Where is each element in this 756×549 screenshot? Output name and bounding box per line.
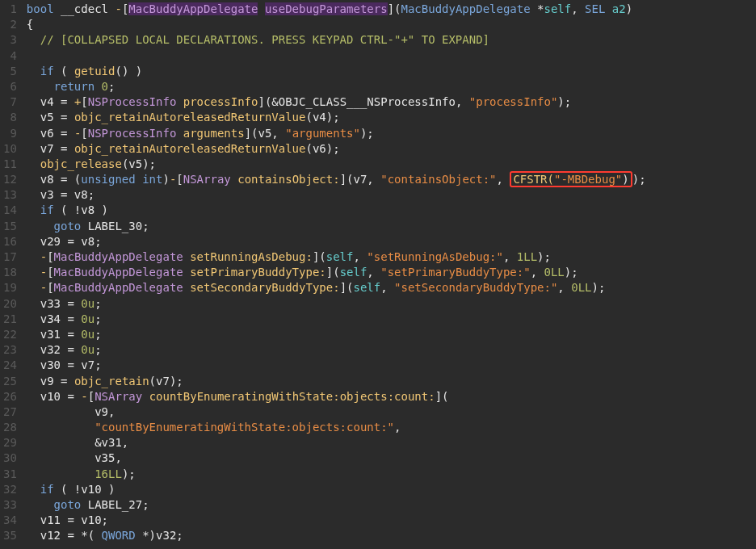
code-token: v8 = ( <box>27 173 81 186</box>
code-line[interactable]: &v31, <box>27 435 756 451</box>
code-token: 0 <box>102 80 108 93</box>
code-line[interactable]: "countByEnumeratingWithState:objects:cou… <box>27 420 756 435</box>
code-line[interactable]: v32 = 0u; <box>27 342 756 358</box>
line-number: 17 <box>3 249 17 265</box>
code-line[interactable]: v3 = v8; <box>27 187 756 203</box>
code-token <box>27 203 40 216</box>
code-line[interactable]: // [COLLAPSED LOCAL DECLARATIONS. PRESS … <box>27 32 756 48</box>
line-number: 1 <box>3 2 17 17</box>
code-token: ); <box>537 250 551 263</box>
code-token: countByEnumeratingWithState:objects:coun… <box>149 390 435 403</box>
code-token: ](v5, <box>245 127 286 140</box>
code-token: NSArray <box>94 390 142 403</box>
code-token <box>176 127 183 140</box>
code-line[interactable]: v34 = 0u; <box>27 312 756 327</box>
line-number: 19 <box>3 280 17 295</box>
line-number: 10 <box>3 141 17 157</box>
code-line[interactable]: v33 = 0u; <box>27 296 756 312</box>
code-line[interactable]: v29 = v8; <box>27 234 756 249</box>
code-line[interactable]: -[MacBuddyAppDelegate setSecondaryBuddyT… <box>27 280 756 295</box>
code-token: ) <box>626 2 632 15</box>
code-line[interactable]: return 0; <box>27 79 756 94</box>
highlighted-argument: CFSTR("-MBDebug") <box>510 171 632 187</box>
code-token: objc_retainAutoreleasedReturnValue <box>74 142 306 155</box>
line-number: 13 <box>3 187 17 203</box>
code-token: a2 <box>612 2 626 15</box>
code-token: MacBuddyAppDelegate <box>54 266 183 279</box>
code-token: v9 = <box>27 375 74 388</box>
code-line[interactable]: goto LABEL_27; <box>27 497 756 513</box>
code-line[interactable]: bool __cdecl -[MacBuddyAppDelegate useDe… <box>27 2 756 17</box>
code-token <box>183 250 190 263</box>
code-token: self <box>353 281 380 294</box>
code-token: NSProcessInfo <box>88 127 177 140</box>
code-token: - <box>40 281 47 294</box>
code-token: ( !v8 ) <box>54 203 108 216</box>
code-line[interactable]: 16LL); <box>27 467 756 482</box>
code-line[interactable]: -[MacBuddyAppDelegate setRunningAsDebug:… <box>27 249 756 265</box>
code-line[interactable]: { <box>27 17 756 32</box>
code-token: { <box>27 18 33 31</box>
code-line[interactable]: v8 = (unsigned int)-[NSArray containsObj… <box>27 172 756 187</box>
code-area[interactable]: bool __cdecl -[MacBuddyAppDelegate useDe… <box>23 0 756 549</box>
code-token <box>27 281 40 294</box>
code-line[interactable]: v31 = 0u; <box>27 327 756 342</box>
code-token: 16LL <box>94 467 122 480</box>
code-token: v31 = <box>27 328 81 341</box>
code-token: LABEL_30; <box>81 220 149 233</box>
code-token: if <box>40 483 54 496</box>
code-token: goto <box>54 498 82 511</box>
code-token: __cdecl <box>54 2 116 15</box>
code-token: v33 = <box>27 297 81 310</box>
line-number: 6 <box>3 79 17 94</box>
code-token: useDebugParameters <box>265 2 388 15</box>
code-line[interactable]: v9 = objc_retain(v7); <box>27 374 756 389</box>
code-line[interactable]: v4 = +[NSProcessInfo processInfo](&OBJC_… <box>27 94 756 110</box>
code-line[interactable]: if ( !v8 ) <box>27 203 756 218</box>
code-line[interactable]: v9, <box>27 404 756 420</box>
code-token <box>27 421 94 434</box>
code-token: ); <box>122 467 136 480</box>
code-token: [ <box>176 173 183 186</box>
code-token: unsigned int <box>81 173 162 186</box>
code-token: MacBuddyAppDelegate <box>401 2 531 15</box>
code-token: objc_release <box>40 157 122 170</box>
code-token <box>27 33 40 46</box>
code-token: ]( <box>340 281 354 294</box>
code-token: 0u <box>81 343 94 356</box>
code-token: [ <box>47 250 53 263</box>
code-token: QWORD <box>94 529 142 542</box>
code-token: if <box>40 203 54 216</box>
code-token: 0LL <box>544 266 565 279</box>
code-token: * <box>531 2 544 15</box>
code-token: setSecondaryBuddyType: <box>190 281 339 294</box>
code-line[interactable]: if ( !v10 ) <box>27 482 756 497</box>
code-token: ); <box>557 95 571 108</box>
code-line[interactable]: v35, <box>27 451 756 466</box>
code-token: containsObject: <box>237 173 339 186</box>
code-token <box>231 173 237 186</box>
code-token: [ <box>47 266 53 279</box>
code-token: - <box>115 2 121 15</box>
code-token: [ <box>81 95 87 108</box>
code-line[interactable] <box>27 48 756 64</box>
code-token: 0u <box>81 297 94 310</box>
code-token: ; <box>108 80 115 93</box>
code-line[interactable]: v30 = v7; <box>27 358 756 373</box>
code-token: v30 = v7; <box>27 358 102 371</box>
code-line[interactable]: v7 = objc_retainAutoreleasedReturnValue(… <box>27 141 756 157</box>
code-token: &OBJC_CLASS___NSProcessInfo, <box>271 95 468 108</box>
code-line[interactable]: v10 = -[NSArray countByEnumeratingWithSt… <box>27 389 756 404</box>
code-line[interactable]: v6 = -[NSProcessInfo arguments](v5, "arg… <box>27 126 756 141</box>
code-line[interactable]: v11 = v10; <box>27 513 756 528</box>
code-line[interactable]: if ( getuid() ) <box>27 64 756 79</box>
code-token <box>27 80 54 93</box>
code-token <box>176 95 183 108</box>
code-line[interactable]: objc_release(v5); <box>27 157 756 172</box>
line-number: 28 <box>3 420 17 435</box>
code-line[interactable]: goto LABEL_30; <box>27 219 756 234</box>
code-line[interactable]: -[MacBuddyAppDelegate setPrimaryBuddyTyp… <box>27 265 756 280</box>
code-line[interactable]: v5 = objc_retainAutoreleasedReturnValue(… <box>27 110 756 125</box>
code-token: v3 = v8; <box>27 188 94 201</box>
code-line[interactable]: v12 = *( QWORD *)v32; <box>27 528 756 543</box>
